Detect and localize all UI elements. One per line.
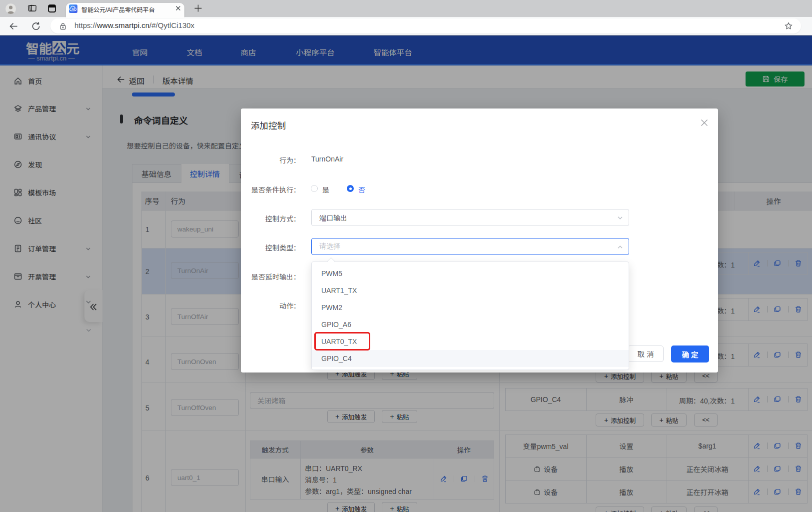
svg-text:AI: AI <box>72 7 75 10</box>
